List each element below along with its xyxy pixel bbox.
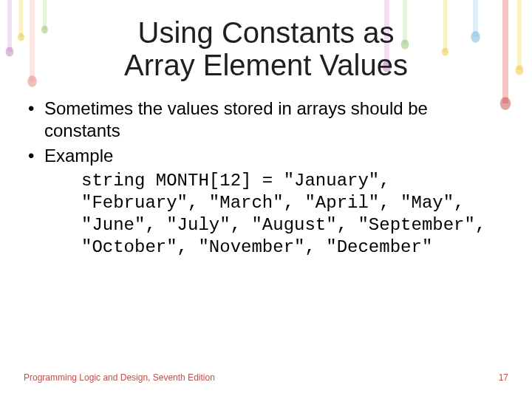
title-line-2: Array Element Values [124,49,408,81]
slide-body: Sometimes the values stored in arrays sh… [24,98,508,259]
bullet-2: Example [24,145,508,167]
slide-title: Using Constants as Array Element Values [0,0,532,81]
title-line-1: Using Constants as [138,16,395,49]
code-example: string MONTH[12] = "January", "February"… [81,170,508,259]
slide: Using Constants as Array Element Values … [0,0,532,399]
bullet-1: Sometimes the values stored in arrays sh… [24,98,508,142]
footer-page-number: 17 [499,372,508,383]
footer-source: Programming Logic and Design, Seventh Ed… [24,372,215,383]
